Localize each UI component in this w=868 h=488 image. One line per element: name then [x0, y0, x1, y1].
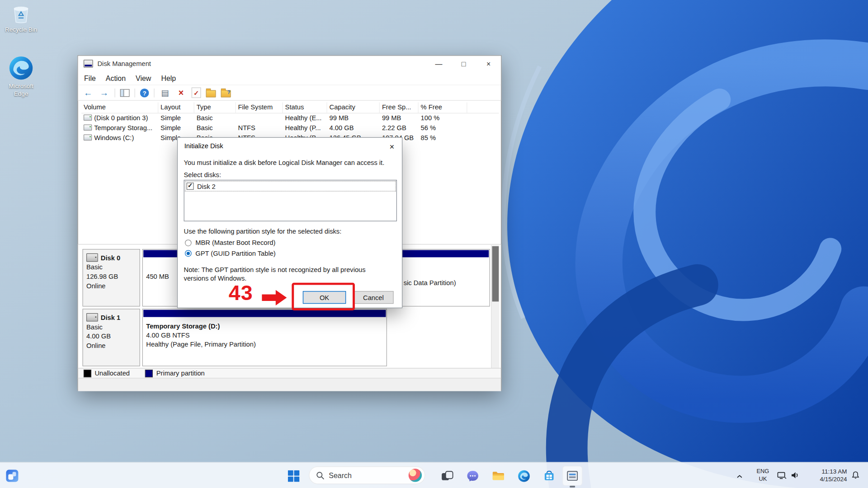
- partition-color-bar: [143, 310, 386, 317]
- language-indicator[interactable]: ENG UK: [754, 468, 772, 483]
- chat-button[interactable]: [463, 466, 483, 486]
- folder-help-icon[interactable]: [221, 90, 231, 97]
- language-code: ENG: [754, 468, 772, 475]
- maximize-button[interactable]: □: [451, 56, 476, 71]
- disk-type: Basic: [86, 323, 136, 331]
- cell-capacity: 99 MB: [327, 113, 380, 123]
- hidden-icons-chevron-icon[interactable]: [736, 473, 743, 480]
- volume-icon: [84, 125, 92, 131]
- menu-view[interactable]: View: [131, 74, 156, 82]
- column-type[interactable]: Type: [194, 103, 236, 113]
- disk-status: Online: [86, 282, 136, 290]
- cell-type: Basic: [194, 113, 236, 123]
- dialog-close-icon[interactable]: ×: [382, 138, 401, 154]
- disk-name: Disk 0: [101, 253, 120, 261]
- properties-icon[interactable]: ▤: [160, 87, 170, 98]
- store-button[interactable]: [539, 466, 559, 486]
- disk-name: Disk 1: [101, 314, 120, 321]
- column-status[interactable]: Status: [283, 103, 327, 113]
- disk-list-box[interactable]: Disk 2: [184, 180, 397, 221]
- widgets-button[interactable]: [5, 468, 20, 483]
- legend: Unallocated Primary partition: [78, 368, 501, 378]
- close-button[interactable]: ×: [476, 56, 501, 71]
- file-explorer-icon: [491, 470, 505, 481]
- cell-layout: Simple: [158, 123, 194, 133]
- legend-label-unallocated: Unallocated: [94, 370, 130, 377]
- toolbar-separator: [135, 88, 135, 97]
- table-row[interactable]: Temporary Storag... Simple Basic NTFS He…: [81, 123, 499, 133]
- widgets-icon: [5, 469, 19, 482]
- help-icon[interactable]: ?: [140, 88, 149, 97]
- disk-management-app-icon: [84, 60, 93, 67]
- toolbar-separator: [114, 88, 115, 97]
- disk0-panel[interactable]: Disk 0 Basic 126.98 GB Online: [82, 249, 140, 306]
- minimize-button[interactable]: —: [426, 56, 451, 71]
- edge-button[interactable]: [514, 466, 533, 486]
- search-box[interactable]: Search: [309, 466, 425, 484]
- disk-management-taskbar-button[interactable]: [562, 466, 582, 486]
- file-explorer-button[interactable]: [488, 466, 508, 486]
- partition-name: Temporary Storage (D:): [146, 323, 256, 330]
- back-icon[interactable]: ←: [82, 87, 93, 98]
- notifications-icon[interactable]: [851, 471, 859, 481]
- legend-label-primary: Primary partition: [156, 370, 205, 377]
- unallocated-swatch: [84, 370, 91, 377]
- console-tree-icon[interactable]: [120, 89, 130, 97]
- delete-volume-icon[interactable]: ×: [175, 87, 186, 98]
- annotation-arrow-icon: [262, 288, 287, 307]
- start-button[interactable]: [287, 469, 300, 482]
- edge-icon: [8, 55, 33, 80]
- recycle-bin-icon: [11, 3, 31, 24]
- store-icon: [543, 470, 555, 482]
- forward-icon[interactable]: →: [99, 87, 109, 98]
- partition-temporary-storage[interactable]: Temporary Storage (D:) 4.00 GB NTFS Heal…: [142, 309, 387, 366]
- volume-list-header: Volume Layout Type File System Status Ca…: [81, 103, 499, 113]
- mbr-radio[interactable]: [185, 239, 192, 246]
- toolbar: ← → ? ▤ × ✓: [78, 84, 501, 101]
- volume-icon[interactable]: [791, 471, 800, 481]
- window-titlebar[interactable]: Disk Management — □ ×: [78, 56, 501, 71]
- recycle-bin-shortcut[interactable]: Recycle Bin: [1, 3, 41, 33]
- table-row[interactable]: (Disk 0 partition 3) Simple Basic Health…: [81, 113, 499, 123]
- clock[interactable]: 11:13 AM 4/15/2024: [804, 468, 847, 483]
- mbr-option[interactable]: MBR (Master Boot Record): [185, 239, 275, 247]
- cell-volume: Windows (C:): [94, 134, 134, 141]
- column-layout[interactable]: Layout: [158, 103, 194, 113]
- new-volume-icon[interactable]: [206, 90, 216, 97]
- disk1-panel[interactable]: Disk 1 Basic 4.00 GB Online: [82, 309, 140, 366]
- window-controls: — □ ×: [426, 56, 501, 71]
- volume-icon: [84, 135, 92, 141]
- disk-management-icon: [566, 470, 579, 482]
- task-view-button[interactable]: [437, 466, 457, 486]
- cell-volume: (Disk 0 partition 3): [94, 114, 148, 122]
- search-highlights-icon[interactable]: [409, 469, 422, 482]
- cancel-button[interactable]: Cancel: [353, 291, 393, 304]
- menu-file[interactable]: File: [79, 74, 101, 82]
- windows-logo-icon: [288, 470, 299, 482]
- scrollbar[interactable]: [491, 245, 499, 368]
- cell-free-space: 99 MB: [380, 113, 419, 123]
- column-capacity[interactable]: Capacity: [327, 103, 380, 113]
- disk2-checkbox[interactable]: [187, 183, 194, 190]
- cell-volume: Temporary Storag...: [94, 124, 152, 131]
- edge-shortcut[interactable]: Microsoft Edge: [1, 55, 41, 98]
- gpt-option[interactable]: GPT (GUID Partition Table): [185, 249, 276, 257]
- disk-list-item[interactable]: Disk 2: [185, 181, 396, 191]
- check-disk-icon[interactable]: ✓: [192, 87, 201, 98]
- edge-taskbar-icon: [517, 469, 530, 482]
- gpt-radio[interactable]: [185, 250, 192, 257]
- window-title: Disk Management: [98, 60, 151, 67]
- network-icon[interactable]: [777, 471, 787, 481]
- scrollbar-thumb[interactable]: [492, 246, 499, 301]
- task-view-icon: [441, 470, 453, 482]
- column-volume[interactable]: Volume: [81, 103, 158, 113]
- column-free-space[interactable]: Free Sp...: [380, 103, 419, 113]
- menu-action[interactable]: Action: [101, 74, 131, 82]
- annotation-highlight-box: [292, 283, 355, 310]
- column-file-system[interactable]: File System: [236, 103, 283, 113]
- partition-style-label: Use the following partition style for th…: [184, 227, 342, 235]
- column-pct-free[interactable]: % Free: [419, 103, 467, 113]
- menu-help[interactable]: Help: [156, 74, 181, 82]
- language-region: UK: [754, 475, 772, 483]
- initialize-disk-dialog: Initialize Disk × You must initialize a …: [177, 137, 402, 308]
